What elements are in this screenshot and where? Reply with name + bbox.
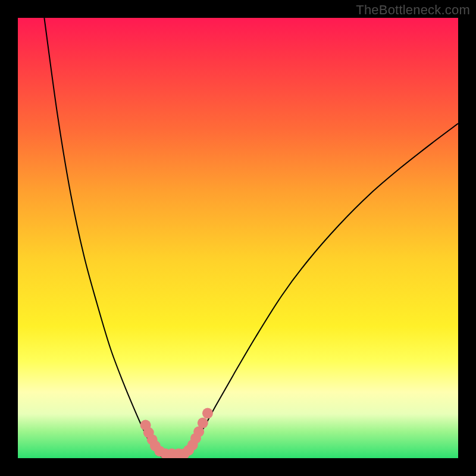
curve-right-branch xyxy=(185,124,458,458)
marker-group xyxy=(140,408,213,458)
curve-left-branch xyxy=(44,18,163,458)
data-marker xyxy=(198,418,208,428)
watermark-label: TheBottleneck.com xyxy=(356,2,470,18)
chart-svg xyxy=(18,18,458,458)
plot-area xyxy=(18,18,458,458)
chart-frame: TheBottleneck.com xyxy=(0,0,476,476)
data-marker xyxy=(202,408,213,419)
